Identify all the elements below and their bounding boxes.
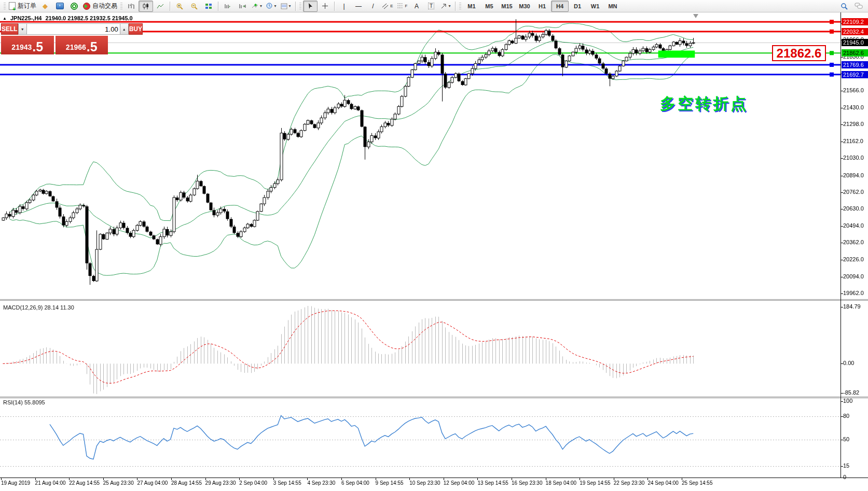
terminal-button[interactable]: › (52, 1, 67, 12)
cursor-button[interactable] (303, 1, 318, 12)
bar-chart-button[interactable] (124, 1, 139, 12)
timeframe-label: H4 (556, 3, 563, 9)
horizontal-line-button[interactable]: — (351, 1, 366, 12)
new-order-button[interactable]: + 新订单 (7, 1, 38, 12)
candlestick-chart-button[interactable] (139, 1, 153, 12)
signals-button[interactable] (67, 1, 81, 12)
zoom-out-button[interactable] (187, 1, 201, 12)
clock-icon (266, 3, 273, 9)
buy-price-main: 21966 (66, 41, 86, 53)
trendline-icon: / (372, 3, 374, 10)
timeframe-label: M5 (485, 3, 493, 9)
text-label-button[interactable]: T (424, 1, 438, 12)
volume-input[interactable] (27, 23, 120, 35)
volume-increase-button[interactable]: ▲ (120, 23, 129, 35)
crosshair-button[interactable] (318, 1, 332, 12)
timeframe-m15[interactable]: M15 (498, 1, 516, 12)
sell-button[interactable]: SELL (1, 23, 18, 35)
time-axis-label: 27 Aug 04:00 (137, 480, 168, 486)
trendline-button[interactable]: / (366, 1, 380, 12)
price-badge: 22032.4 (842, 28, 868, 35)
timeframe-label: D1 (574, 3, 581, 9)
price-badge: 21945.0 (842, 39, 868, 46)
timeframe-d1[interactable]: D1 (569, 1, 586, 12)
rsi-panel-label: RSI(14) 55.8095 (3, 399, 45, 405)
line-chart-button[interactable] (153, 1, 168, 12)
zoom-out-icon (190, 3, 198, 9)
price-badge: 21769.6 (842, 61, 868, 68)
auto-scroll-button[interactable] (221, 1, 235, 12)
autotrading-label: 自动交易 (92, 2, 117, 10)
autotrading-icon (83, 3, 90, 10)
timeframe-w1[interactable]: W1 (586, 1, 604, 12)
buy-button[interactable]: BUY (129, 23, 143, 35)
channel-button[interactable]: E (380, 1, 395, 12)
buy-price-display[interactable]: 21966 .5 (56, 36, 108, 54)
vertical-line-button[interactable]: | (337, 1, 351, 12)
templates-button[interactable]: ▾ (279, 1, 293, 12)
indicators-button[interactable]: ▾ (250, 1, 264, 12)
time-axis-label: 16 Sep 23:30 (512, 480, 543, 486)
toolbar-separator (295, 2, 296, 11)
chat-button[interactable] (851, 1, 866, 12)
timeframe-label: M15 (501, 3, 512, 9)
time-axis[interactable]: 19 Aug 201921 Aug 04:0022 Aug 14:5525 Au… (0, 479, 841, 491)
axis-label: 21030.0 (843, 155, 864, 161)
axis-label: 0 (843, 474, 846, 480)
timeframe-m5[interactable]: M5 (480, 1, 498, 12)
axis-label: 0.00 (843, 360, 854, 366)
channel-icon (382, 3, 389, 9)
time-axis-label: 6 Sep 04:00 (341, 480, 369, 486)
fibonacci-button[interactable]: F (395, 1, 409, 12)
axis-label: 15 (843, 462, 849, 469)
collapse-panel-toggle[interactable]: ▲ (3, 16, 7, 21)
time-axis-label: 19 Sep 14:55 (580, 480, 611, 486)
zoom-in-button[interactable] (172, 1, 187, 12)
sell-price-display[interactable]: 21943 .5 (1, 36, 54, 54)
gold-icon: ◆ (43, 2, 48, 10)
toolbar-separator (170, 2, 170, 11)
new-order-icon: + (9, 2, 16, 10)
toolbar: + 新订单 ◆ › 自动交易 ▾ ▾ ▾ (0, 0, 868, 12)
axis-label: 184.79 (843, 303, 861, 310)
timeframe-label: MN (608, 3, 617, 9)
price-axis[interactable]: 22098.021966.021830.021698.021566.021430… (841, 12, 868, 478)
chart-shift-button[interactable] (235, 1, 250, 12)
periods-button[interactable]: ▾ (264, 1, 279, 12)
time-axis-label: 13 Sep 14:55 (477, 480, 508, 486)
sell-price-frac: .5 (32, 40, 43, 53)
timeframe-mn[interactable]: MN (604, 1, 622, 12)
timeframe-m30[interactable]: M30 (516, 1, 533, 12)
axis-label: 80 (843, 413, 849, 419)
toolbar-separator (218, 2, 218, 11)
auto-scroll-icon (224, 3, 231, 9)
tile-windows-button[interactable] (201, 1, 216, 12)
autotrading-button[interactable]: 自动交易 (81, 1, 119, 12)
time-axis-label: 18 Sep 04:00 (546, 480, 577, 486)
dropdown-caret-icon: ▾ (288, 4, 291, 8)
arrows-button[interactable]: ▾ (438, 1, 453, 12)
toolbar-grip (4, 3, 6, 10)
axis-label: 21298.0 (843, 121, 864, 127)
volume-control: ▼ ▲ (18, 23, 129, 35)
time-axis-label: 28 Aug 14:55 (171, 480, 202, 486)
symbol-title: JPN225-,H4 (10, 15, 42, 21)
search-button[interactable] (837, 1, 851, 12)
chart-canvas[interactable] (0, 0, 868, 491)
timeframe-m1[interactable]: M1 (463, 1, 480, 12)
macd-title: MACD(12,26,9) (3, 304, 43, 311)
timeframe-h4[interactable]: H4 (551, 1, 569, 12)
time-axis-label: 10 Sep 23:30 (409, 480, 440, 486)
volume-decrease-button[interactable]: ▼ (18, 23, 27, 35)
timeframe-h1[interactable]: H1 (533, 1, 551, 12)
chat-icon (855, 3, 863, 9)
timeframe-label: M1 (467, 3, 475, 9)
axis-label: 20226.0 (843, 256, 864, 262)
zoom-in-icon (176, 3, 183, 9)
horizontal-line-icon: — (355, 3, 362, 10)
time-axis-label: 4 Sep 23:30 (307, 480, 335, 486)
bar-chart-icon (128, 3, 135, 9)
time-axis-label: 3 Sep 14:55 (273, 480, 301, 486)
text-button[interactable]: A (409, 1, 424, 12)
deposit-button[interactable]: ◆ (38, 1, 52, 12)
